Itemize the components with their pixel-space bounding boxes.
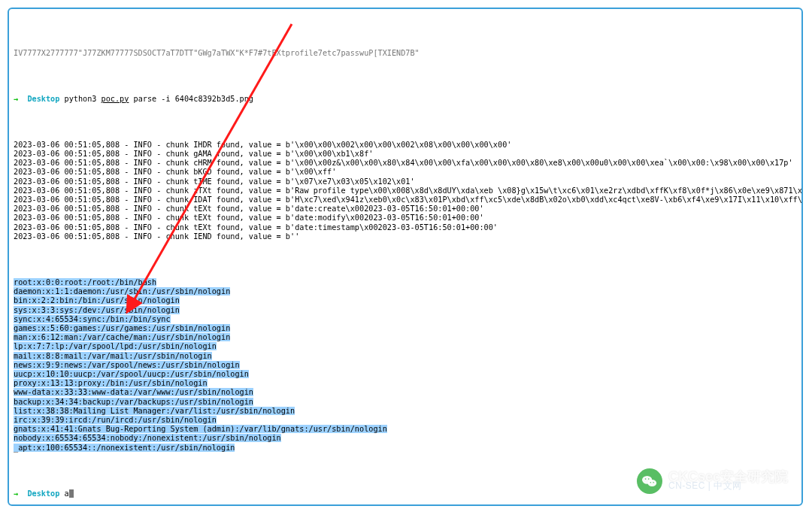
log-line: 2023-03-06 00:51:05,808 - INFO - chunk t… [14,177,797,186]
passwd-line: nobody:x:65534:65534:nobody:/nonexistent… [14,434,281,442]
passwd-line: games:x:5:60:games:/usr/games:/usr/sbin/… [14,324,230,332]
log-line: 2023-03-06 00:51:05,808 - INFO - chunk I… [14,232,797,241]
command-line-2[interactable]: → Desktop a [14,489,797,498]
prompt-dir: Desktop [27,95,59,103]
passwd-line: root:x:0:0:root:/root:/bin/bash [14,278,156,286]
passwd-line: sys:x:3:3:sys:/dev:/usr/sbin/nologin [14,306,180,314]
log-line: 2023-03-06 00:51:05,808 - INFO - chunk I… [14,195,797,204]
command-python: python3 [65,95,102,103]
log-output: 2023-03-06 00:51:05,808 - INFO - chunk I… [14,141,797,241]
terminal-window[interactable]: IV7777X2777777"J77ZKM77777SDSOCT7aT7DTT"… [8,8,803,506]
command-script: poc.py [102,95,129,103]
passwd-line: news:x:9:9:news:/var/spool/news:/usr/sbi… [14,361,240,369]
log-line: 2023-03-06 00:51:05,808 - INFO - chunk t… [14,223,797,232]
log-line: 2023-03-06 00:51:05,808 - INFO - chunk t… [14,214,797,223]
passwd-line: gnats:x:41:41:Gnats Bug-Reporting System… [14,425,387,433]
passwd-line: sync:x:4:65534:sync:/bin:/bin/sync [14,315,171,323]
prompt-arrow-icon: → [14,95,18,103]
passwd-line: uucp:x:10:10:uucp:/var/spool/uucp:/usr/s… [14,370,249,378]
log-line: 2023-03-06 00:51:05,808 - INFO - chunk c… [14,159,797,168]
passwd-line: backup:x:34:34:backup:/var/backups:/usr/… [14,398,253,406]
passwd-line: www-data:x:33:33:www-data:/var/www:/usr/… [14,388,253,396]
passwd-line: list:x:38:38:Mailing List Manager:/var/l… [14,407,295,415]
passwd-line: bin:x:2:2:bin:/bin:/usr/sbin/nologin [14,296,180,304]
prompt-dir: Desktop [27,489,59,498]
prompt-arrow-icon: → [14,489,18,498]
log-line: 2023-03-06 00:51:05,808 - INFO - chunk b… [14,168,797,177]
passwd-line: irc:x:39:39:ircd:/run/ircd:/usr/sbin/nol… [14,416,217,424]
hex-output-line: IV7777X2777777"J77ZKM77777SDSOCT7aT7DTT"… [14,49,797,58]
passwd-line: daemon:x:1:1:daemon:/usr/sbin:/usr/sbin/… [14,287,230,295]
terminal-viewport[interactable]: IV7777X2777777"J77ZKM77777SDSOCT7aT7DTT"… [9,9,801,504]
passwd-line: man:x:6:12:man:/var/cache/man:/usr/sbin/… [14,333,230,341]
cursor-icon [69,489,74,498]
log-line: 2023-03-06 00:51:05,808 - INFO - chunk g… [14,150,797,159]
command-line-1: → Desktop python3 poc.py parse -i 6404c8… [14,95,797,104]
passwd-line: mail:x:8:8:mail:/var/mail:/usr/sbin/nolo… [14,352,212,360]
passwd-line: proxy:x:13:13:proxy:/bin:/usr/sbin/nolog… [14,379,208,387]
log-line: 2023-03-06 00:51:05,808 - INFO - chunk z… [14,186,797,195]
log-line: 2023-03-06 00:51:05,808 - INFO - chunk t… [14,204,797,214]
log-line: 2023-03-06 00:51:05,808 - INFO - chunk I… [14,141,797,150]
passwd-output-selection[interactable]: root:x:0:0:root:/root:/bin/bashdaemon:x:… [14,278,797,453]
command-args: parse -i 6404c8392b3d5.png [129,95,253,103]
passwd-line: _apt:x:100:65534::/nonexistent:/usr/sbin… [14,444,235,452]
passwd-line: lp:x:7:7:lp:/var/spool/lpd:/usr/sbin/nol… [14,342,217,350]
